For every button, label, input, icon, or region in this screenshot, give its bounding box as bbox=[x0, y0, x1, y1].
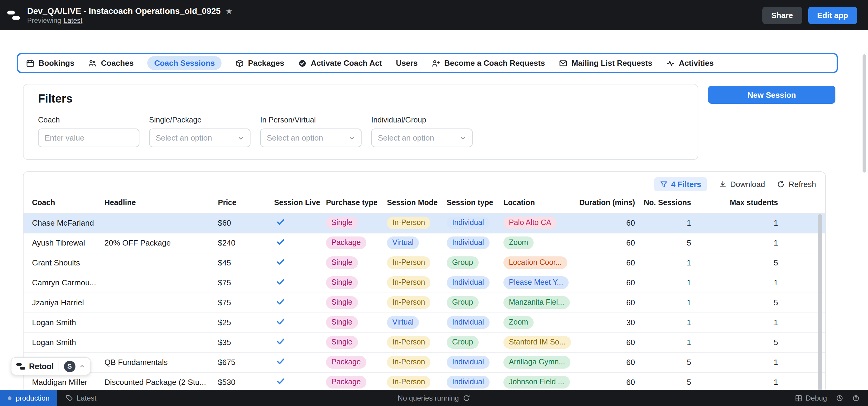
individual-group-select[interactable]: Select an option bbox=[371, 129, 473, 147]
tab-label: Users bbox=[396, 59, 418, 68]
location-badge: Stanford IM So... bbox=[503, 336, 571, 349]
retool-badge-brand: Retool bbox=[29, 362, 54, 371]
table-row[interactable]: QB Fundamentals $675 Package In-Person I… bbox=[24, 352, 826, 372]
column-header-coach[interactable]: Coach bbox=[24, 196, 104, 213]
cell-duration: 60 bbox=[626, 378, 635, 387]
tab-become-a-coach-requests[interactable]: Become a Coach Requests bbox=[432, 59, 545, 68]
tab-mailing-list-requests[interactable]: Mailing List Requests bbox=[559, 59, 652, 68]
cell-coach: Logan Smith bbox=[32, 338, 76, 347]
cell-sessions: 1 bbox=[687, 318, 691, 327]
column-header-duration[interactable]: Duration (mins) bbox=[574, 196, 640, 213]
tab-bookings[interactable]: Bookings bbox=[26, 59, 74, 68]
badge-divider bbox=[59, 361, 59, 371]
sessions-table-panel: 4 Filters Download Refresh Coach Headlin… bbox=[23, 171, 826, 399]
tab-activate-coach-act[interactable]: Activate Coach Act bbox=[298, 59, 382, 68]
debug-button[interactable]: Debug bbox=[795, 394, 827, 402]
cell-duration: 60 bbox=[626, 338, 635, 347]
cell-price: $240 bbox=[218, 238, 236, 247]
branch-selector[interactable]: Latest bbox=[66, 394, 96, 402]
table-row[interactable]: Maddigan Miller Discounted Package (2 St… bbox=[24, 372, 826, 392]
tab-label: Activities bbox=[679, 59, 714, 68]
table-filters-button[interactable]: 4 Filters bbox=[654, 177, 707, 191]
environment-dot-icon bbox=[8, 396, 11, 400]
chevron-up-icon[interactable] bbox=[79, 363, 85, 369]
activities-icon bbox=[666, 59, 675, 67]
cell-coach: Jzaniya Harriel bbox=[32, 298, 84, 307]
session-live-check-icon bbox=[276, 278, 285, 285]
cell-coach: Chase McFarland bbox=[32, 218, 94, 228]
session-live-check-icon bbox=[276, 338, 285, 345]
table-row[interactable]: Chase McFarland $60 Single In-Person Ind… bbox=[24, 213, 826, 233]
column-header-location[interactable]: Location bbox=[503, 196, 574, 213]
in-person-virtual-select[interactable]: Select an option bbox=[260, 129, 362, 147]
page-scrollbar[interactable] bbox=[863, 54, 866, 173]
edit-app-button[interactable]: Edit app bbox=[808, 6, 857, 24]
tab-coaches[interactable]: Coaches bbox=[88, 59, 133, 68]
column-header-session-live[interactable]: Session Live bbox=[274, 196, 326, 213]
location-badge: Location Coor... bbox=[503, 256, 567, 269]
location-badge: Zoom bbox=[503, 236, 534, 249]
retool-badge[interactable]: Retool S bbox=[11, 357, 91, 375]
cell-max-students: 1 bbox=[774, 218, 778, 228]
retool-logo[interactable] bbox=[7, 10, 20, 20]
table-scrollbar[interactable] bbox=[818, 214, 822, 393]
table-row[interactable]: Ayush Tibrewal 20% OFF Package $240 Pack… bbox=[24, 233, 826, 253]
column-header-session-mode[interactable]: Session Mode bbox=[387, 196, 447, 213]
retool-logo-icon bbox=[7, 10, 20, 20]
tab-packages[interactable]: Packages bbox=[236, 59, 284, 68]
column-header-headline[interactable]: Headline bbox=[104, 196, 218, 213]
share-button[interactable]: Share bbox=[762, 6, 802, 24]
table-row[interactable]: Logan Smith $35 Single In-Person Group S… bbox=[24, 332, 826, 352]
mailing-icon bbox=[559, 59, 567, 67]
status-bar: production Latest No queries running Deb… bbox=[0, 390, 868, 406]
column-header-no-sessions[interactable]: No. Sessions bbox=[640, 196, 696, 213]
cell-duration: 60 bbox=[626, 218, 635, 228]
session-live-check-icon bbox=[276, 298, 285, 305]
cell-sessions: 5 bbox=[687, 358, 691, 367]
location-badge: Manzanita Fiel... bbox=[503, 296, 569, 309]
filter-field-individual-group: Individual/Group Select an option bbox=[371, 116, 473, 147]
history-icon[interactable] bbox=[836, 394, 843, 402]
column-header-max-students[interactable]: Max students bbox=[696, 196, 826, 213]
refresh-button[interactable]: Refresh bbox=[777, 179, 816, 189]
star-icon[interactable]: ★ bbox=[225, 7, 232, 15]
cell-sessions: 5 bbox=[687, 378, 691, 387]
coach-filter-input[interactable] bbox=[38, 129, 140, 147]
cell-price: $25 bbox=[218, 318, 231, 327]
cell-max-students: 1 bbox=[774, 358, 778, 367]
tab-coach-sessions[interactable]: Coach Sessions bbox=[148, 56, 221, 70]
tab-activities[interactable]: Activities bbox=[666, 59, 714, 68]
new-session-button[interactable]: New Session bbox=[708, 86, 835, 104]
download-button[interactable]: Download bbox=[719, 179, 765, 189]
cell-coach: Camryn Carmou... bbox=[32, 278, 96, 287]
single-package-select[interactable]: Select an option bbox=[149, 129, 250, 147]
branch-label: Latest bbox=[77, 394, 96, 402]
session-type-badge: Individual bbox=[447, 376, 490, 388]
table-row[interactable]: Logan Smith $25 Single Virtual Individua… bbox=[24, 312, 826, 332]
session-type-badge: Individual bbox=[447, 356, 490, 369]
filters-panel: Filters Coach Single/Package Select an o… bbox=[23, 84, 699, 160]
session-type-badge: Individual bbox=[447, 316, 490, 329]
location-badge: Palo Alto CA bbox=[503, 216, 557, 229]
environment-chip[interactable]: production bbox=[0, 390, 57, 406]
user-avatar[interactable]: S bbox=[64, 361, 75, 372]
column-header-purchase-type[interactable]: Purchase type bbox=[326, 196, 387, 213]
filter-funnel-icon bbox=[660, 180, 668, 188]
table-row[interactable]: Jzaniya Harriel $75 Single In-Person Gro… bbox=[24, 293, 826, 312]
previewing-latest-link[interactable]: Latest bbox=[64, 17, 83, 24]
status-right: Debug bbox=[795, 394, 868, 402]
sync-icon[interactable] bbox=[463, 394, 470, 402]
table-row[interactable]: Camryn Carmou... $75 Single In-Person In… bbox=[24, 273, 826, 293]
topbar-actions: Share Edit app bbox=[762, 6, 857, 24]
filters-row: Coach Single/Package Select an option In… bbox=[38, 116, 683, 147]
cell-max-students: 1 bbox=[774, 278, 778, 287]
column-header-session-type[interactable]: Session type bbox=[447, 196, 503, 213]
cell-duration: 60 bbox=[626, 298, 635, 307]
cell-price: $530 bbox=[218, 378, 236, 387]
tab-users[interactable]: Users bbox=[396, 59, 418, 68]
chevron-down-icon bbox=[348, 134, 355, 141]
column-header-price[interactable]: Price bbox=[218, 196, 274, 213]
table-row[interactable]: Grant Shoults $45 Single In-Person Group… bbox=[24, 253, 826, 273]
help-icon[interactable] bbox=[852, 394, 860, 402]
session-type-badge: Individual bbox=[447, 216, 490, 229]
